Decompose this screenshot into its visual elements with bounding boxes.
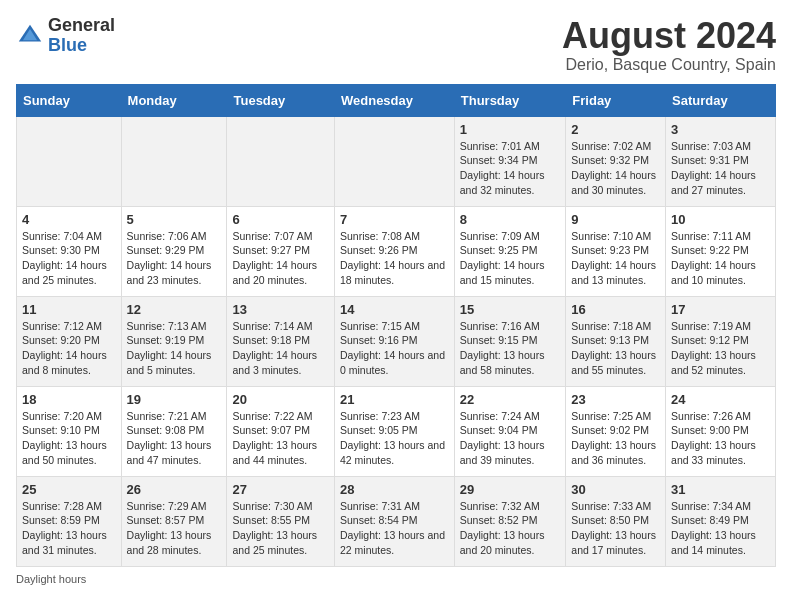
day-number: 7 bbox=[340, 212, 449, 227]
calendar-cell: 30Sunrise: 7:33 AMSunset: 8:50 PMDayligh… bbox=[566, 476, 666, 566]
logo: General Blue bbox=[16, 16, 115, 56]
calendar-table: SundayMondayTuesdayWednesdayThursdayFrid… bbox=[16, 84, 776, 567]
day-number: 12 bbox=[127, 302, 222, 317]
day-number: 24 bbox=[671, 392, 770, 407]
calendar-cell: 14Sunrise: 7:15 AMSunset: 9:16 PMDayligh… bbox=[334, 296, 454, 386]
calendar-cell bbox=[121, 116, 227, 206]
calendar-cell: 1Sunrise: 7:01 AMSunset: 9:34 PMDaylight… bbox=[454, 116, 566, 206]
title-area: August 2024 Derio, Basque Country, Spain bbox=[562, 16, 776, 74]
logo-icon bbox=[16, 22, 44, 50]
calendar-cell: 28Sunrise: 7:31 AMSunset: 8:54 PMDayligh… bbox=[334, 476, 454, 566]
day-info: Sunrise: 7:32 AMSunset: 8:52 PMDaylight:… bbox=[460, 499, 561, 558]
day-number: 3 bbox=[671, 122, 770, 137]
day-info: Sunrise: 7:03 AMSunset: 9:31 PMDaylight:… bbox=[671, 139, 770, 198]
day-number: 9 bbox=[571, 212, 660, 227]
day-info: Sunrise: 7:12 AMSunset: 9:20 PMDaylight:… bbox=[22, 319, 116, 378]
day-number: 16 bbox=[571, 302, 660, 317]
day-number: 20 bbox=[232, 392, 329, 407]
day-info: Sunrise: 7:22 AMSunset: 9:07 PMDaylight:… bbox=[232, 409, 329, 468]
day-number: 1 bbox=[460, 122, 561, 137]
day-number: 28 bbox=[340, 482, 449, 497]
day-number: 25 bbox=[22, 482, 116, 497]
calendar-cell: 23Sunrise: 7:25 AMSunset: 9:02 PMDayligh… bbox=[566, 386, 666, 476]
header-cell-tuesday: Tuesday bbox=[227, 84, 335, 116]
calendar-cell: 27Sunrise: 7:30 AMSunset: 8:55 PMDayligh… bbox=[227, 476, 335, 566]
logo-text-blue: Blue bbox=[48, 36, 115, 56]
calendar-cell: 26Sunrise: 7:29 AMSunset: 8:57 PMDayligh… bbox=[121, 476, 227, 566]
calendar-cell: 16Sunrise: 7:18 AMSunset: 9:13 PMDayligh… bbox=[566, 296, 666, 386]
header-cell-friday: Friday bbox=[566, 84, 666, 116]
day-info: Sunrise: 7:15 AMSunset: 9:16 PMDaylight:… bbox=[340, 319, 449, 378]
logo-text-general: General bbox=[48, 16, 115, 36]
day-number: 6 bbox=[232, 212, 329, 227]
footer: Daylight hours bbox=[16, 573, 776, 585]
calendar-cell: 10Sunrise: 7:11 AMSunset: 9:22 PMDayligh… bbox=[666, 206, 776, 296]
week-row-2: 4Sunrise: 7:04 AMSunset: 9:30 PMDaylight… bbox=[17, 206, 776, 296]
day-number: 14 bbox=[340, 302, 449, 317]
day-number: 18 bbox=[22, 392, 116, 407]
calendar-cell: 15Sunrise: 7:16 AMSunset: 9:15 PMDayligh… bbox=[454, 296, 566, 386]
day-info: Sunrise: 7:29 AMSunset: 8:57 PMDaylight:… bbox=[127, 499, 222, 558]
calendar-cell: 18Sunrise: 7:20 AMSunset: 9:10 PMDayligh… bbox=[17, 386, 122, 476]
calendar-cell: 19Sunrise: 7:21 AMSunset: 9:08 PMDayligh… bbox=[121, 386, 227, 476]
day-number: 2 bbox=[571, 122, 660, 137]
calendar-cell: 5Sunrise: 7:06 AMSunset: 9:29 PMDaylight… bbox=[121, 206, 227, 296]
week-row-1: 1Sunrise: 7:01 AMSunset: 9:34 PMDaylight… bbox=[17, 116, 776, 206]
day-number: 19 bbox=[127, 392, 222, 407]
calendar-cell: 21Sunrise: 7:23 AMSunset: 9:05 PMDayligh… bbox=[334, 386, 454, 476]
day-info: Sunrise: 7:04 AMSunset: 9:30 PMDaylight:… bbox=[22, 229, 116, 288]
calendar-cell: 3Sunrise: 7:03 AMSunset: 9:31 PMDaylight… bbox=[666, 116, 776, 206]
main-title: August 2024 bbox=[562, 16, 776, 56]
calendar-cell: 9Sunrise: 7:10 AMSunset: 9:23 PMDaylight… bbox=[566, 206, 666, 296]
header-cell-wednesday: Wednesday bbox=[334, 84, 454, 116]
day-info: Sunrise: 7:06 AMSunset: 9:29 PMDaylight:… bbox=[127, 229, 222, 288]
day-info: Sunrise: 7:11 AMSunset: 9:22 PMDaylight:… bbox=[671, 229, 770, 288]
day-info: Sunrise: 7:08 AMSunset: 9:26 PMDaylight:… bbox=[340, 229, 449, 288]
day-number: 17 bbox=[671, 302, 770, 317]
calendar-cell: 24Sunrise: 7:26 AMSunset: 9:00 PMDayligh… bbox=[666, 386, 776, 476]
calendar-cell: 22Sunrise: 7:24 AMSunset: 9:04 PMDayligh… bbox=[454, 386, 566, 476]
day-info: Sunrise: 7:18 AMSunset: 9:13 PMDaylight:… bbox=[571, 319, 660, 378]
calendar-cell: 7Sunrise: 7:08 AMSunset: 9:26 PMDaylight… bbox=[334, 206, 454, 296]
calendar-cell: 31Sunrise: 7:34 AMSunset: 8:49 PMDayligh… bbox=[666, 476, 776, 566]
header: General Blue August 2024 Derio, Basque C… bbox=[16, 16, 776, 74]
day-info: Sunrise: 7:25 AMSunset: 9:02 PMDaylight:… bbox=[571, 409, 660, 468]
day-number: 10 bbox=[671, 212, 770, 227]
calendar-cell: 17Sunrise: 7:19 AMSunset: 9:12 PMDayligh… bbox=[666, 296, 776, 386]
calendar-cell bbox=[334, 116, 454, 206]
subtitle: Derio, Basque Country, Spain bbox=[562, 56, 776, 74]
header-row: SundayMondayTuesdayWednesdayThursdayFrid… bbox=[17, 84, 776, 116]
calendar-cell: 29Sunrise: 7:32 AMSunset: 8:52 PMDayligh… bbox=[454, 476, 566, 566]
daylight-label: Daylight hours bbox=[16, 573, 86, 585]
day-info: Sunrise: 7:24 AMSunset: 9:04 PMDaylight:… bbox=[460, 409, 561, 468]
day-info: Sunrise: 7:26 AMSunset: 9:00 PMDaylight:… bbox=[671, 409, 770, 468]
header-cell-monday: Monday bbox=[121, 84, 227, 116]
calendar-cell: 8Sunrise: 7:09 AMSunset: 9:25 PMDaylight… bbox=[454, 206, 566, 296]
day-number: 5 bbox=[127, 212, 222, 227]
calendar-cell: 25Sunrise: 7:28 AMSunset: 8:59 PMDayligh… bbox=[17, 476, 122, 566]
day-number: 31 bbox=[671, 482, 770, 497]
day-number: 11 bbox=[22, 302, 116, 317]
day-number: 13 bbox=[232, 302, 329, 317]
day-info: Sunrise: 7:14 AMSunset: 9:18 PMDaylight:… bbox=[232, 319, 329, 378]
day-info: Sunrise: 7:09 AMSunset: 9:25 PMDaylight:… bbox=[460, 229, 561, 288]
day-info: Sunrise: 7:33 AMSunset: 8:50 PMDaylight:… bbox=[571, 499, 660, 558]
day-number: 26 bbox=[127, 482, 222, 497]
calendar-cell bbox=[227, 116, 335, 206]
calendar-cell: 4Sunrise: 7:04 AMSunset: 9:30 PMDaylight… bbox=[17, 206, 122, 296]
day-number: 15 bbox=[460, 302, 561, 317]
week-row-3: 11Sunrise: 7:12 AMSunset: 9:20 PMDayligh… bbox=[17, 296, 776, 386]
header-cell-saturday: Saturday bbox=[666, 84, 776, 116]
calendar-cell bbox=[17, 116, 122, 206]
day-number: 8 bbox=[460, 212, 561, 227]
calendar-cell: 20Sunrise: 7:22 AMSunset: 9:07 PMDayligh… bbox=[227, 386, 335, 476]
day-number: 21 bbox=[340, 392, 449, 407]
day-number: 22 bbox=[460, 392, 561, 407]
day-info: Sunrise: 7:30 AMSunset: 8:55 PMDaylight:… bbox=[232, 499, 329, 558]
day-info: Sunrise: 7:34 AMSunset: 8:49 PMDaylight:… bbox=[671, 499, 770, 558]
header-cell-sunday: Sunday bbox=[17, 84, 122, 116]
calendar-cell: 6Sunrise: 7:07 AMSunset: 9:27 PMDaylight… bbox=[227, 206, 335, 296]
day-number: 4 bbox=[22, 212, 116, 227]
day-info: Sunrise: 7:02 AMSunset: 9:32 PMDaylight:… bbox=[571, 139, 660, 198]
day-info: Sunrise: 7:28 AMSunset: 8:59 PMDaylight:… bbox=[22, 499, 116, 558]
